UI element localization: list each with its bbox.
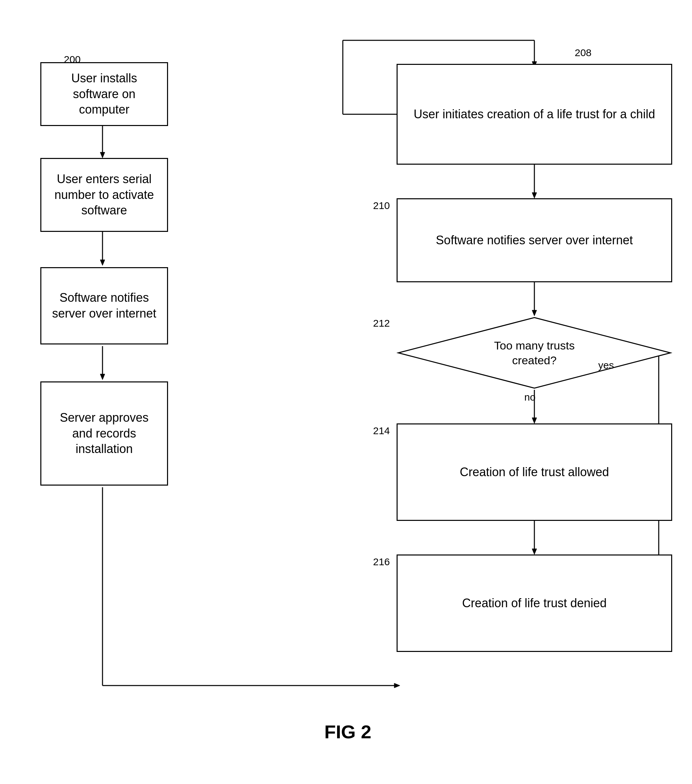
box-208: User initiates creation of a life trust … [397,64,672,165]
label-214: 214 [373,425,390,436]
label-216: 216 [373,556,390,568]
diamond-212: Too many trusts created? [397,316,672,390]
diamond-svg [397,316,672,390]
box-202: User enters serial number to activate so… [40,158,168,232]
svg-marker-3 [100,260,105,265]
box-214: Creation of life trust allowed [397,423,672,521]
svg-marker-5 [100,374,105,380]
svg-marker-12 [532,193,537,198]
svg-marker-8 [394,683,400,688]
label-208: 208 [575,47,591,58]
svg-marker-1 [100,152,105,158]
svg-marker-26 [398,318,671,388]
box-210: Software notifies server over internet [397,198,672,282]
label-no: no [524,392,535,403]
label-210: 210 [373,200,390,211]
svg-marker-14 [532,310,537,316]
label-yes: yes [598,359,614,371]
figure-caption: FIG 2 [20,721,676,743]
svg-marker-18 [532,549,537,555]
diagram-container: 200 User installs software on computer 2… [20,20,676,753]
svg-marker-16 [532,418,537,423]
box-206: Server approves and records installation [40,381,168,486]
label-212: 212 [373,318,390,329]
box-200: User installs software on computer [40,62,168,126]
box-216: Creation of life trust denied [397,555,672,652]
box-204: Software notifies server over internet [40,267,168,344]
